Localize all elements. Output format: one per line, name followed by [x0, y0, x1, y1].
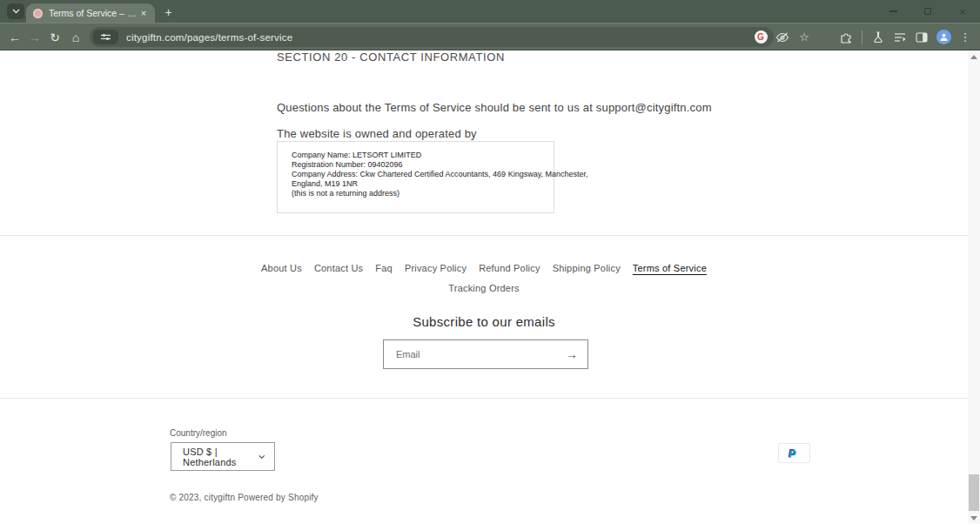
- page-content: SECTION 20 - CONTACT INFORMATION Questio…: [0, 50, 968, 524]
- browser-toolbar: ← → ↻ ⌂ citygiftn.com/pages/terms-of-ser…: [0, 23, 980, 50]
- support-paragraph: Questions about the Terms of Service sho…: [277, 101, 712, 114]
- side-panel-icon: [916, 32, 928, 43]
- home-button[interactable]: ⌂: [68, 30, 84, 45]
- site-info-button[interactable]: [93, 30, 118, 44]
- avatar: [936, 30, 951, 44]
- tab-close-icon[interactable]: ×: [138, 7, 150, 19]
- section-heading: SECTION 20 - CONTACT INFORMATION: [277, 50, 505, 64]
- tab-search-button[interactable]: [7, 3, 24, 19]
- close-button[interactable]: ×: [954, 3, 971, 19]
- address-line-2: England, M19 1NR: [292, 179, 540, 189]
- experiments-button[interactable]: [870, 30, 886, 45]
- extensions-puzzle-icon: [840, 31, 852, 44]
- footer-link-faq[interactable]: Faq: [375, 263, 393, 273]
- vertical-scrollbar[interactable]: [968, 50, 980, 524]
- toolbar-right-icons: G ☆: [753, 24, 973, 50]
- footer-link-tracking-orders[interactable]: Tracking Orders: [448, 283, 519, 293]
- address-bar[interactable]: citygiftn.com/pages/terms-of-service: [90, 27, 774, 47]
- company-name-line: Company Name: LETSORT LIMITED: [292, 151, 540, 160]
- url-text[interactable]: citygiftn.com/pages/terms-of-service: [126, 32, 292, 43]
- back-button[interactable]: ←: [7, 30, 23, 45]
- paypal-icon-overlay: P: [789, 448, 796, 460]
- powered-by-shopify-link[interactable]: Powered by Shopify: [238, 493, 319, 502]
- scroll-up-icon: [970, 55, 977, 59]
- side-panel-button[interactable]: [914, 30, 930, 45]
- footer-top-divider: [0, 235, 968, 236]
- company-info-box: Company Name: LETSORT LIMITED Registrati…: [277, 141, 554, 213]
- password-hidden-button[interactable]: [775, 30, 790, 45]
- new-tab-button[interactable]: +: [161, 4, 176, 19]
- country-selector[interactable]: USD $ | Netherlands: [171, 442, 275, 471]
- pinned-extension-button[interactable]: G: [753, 30, 769, 45]
- forward-button[interactable]: →: [27, 30, 43, 45]
- flask-icon: [873, 31, 883, 43]
- registration-line: Registration Number: 09402096: [292, 160, 540, 170]
- titlebar: Terms of Service – citygiftn × + ×: [0, 0, 980, 23]
- playlist-button[interactable]: [892, 30, 908, 45]
- google-extension-icon: G: [755, 30, 768, 44]
- footer-link-about-us[interactable]: About Us: [261, 263, 302, 273]
- extensions-button[interactable]: [838, 30, 854, 45]
- scroll-down-button[interactable]: [968, 512, 980, 524]
- email-subscribe-form: →: [383, 339, 588, 369]
- maximize-icon: [924, 8, 931, 15]
- person-icon: [939, 32, 949, 42]
- minimize-icon: [889, 10, 897, 12]
- copyright-store-link[interactable]: © 2023, citygiftn: [170, 493, 235, 502]
- subscribe-heading: Subscribe to our emails: [0, 314, 968, 329]
- scroll-down-icon: [970, 516, 977, 521]
- scroll-up-button[interactable]: [968, 50, 980, 63]
- eye-slash-icon: [775, 32, 789, 43]
- footer-link-contact-us[interactable]: Contact Us: [314, 263, 363, 273]
- returning-note-line: (this is not a returning address): [292, 189, 540, 198]
- minimize-button[interactable]: [884, 3, 902, 19]
- site-favicon-icon: [33, 9, 43, 18]
- chevron-down-icon: [12, 9, 20, 14]
- footer-links-row-2: Tracking Orders: [0, 283, 968, 293]
- reload-button[interactable]: ↻: [47, 30, 63, 45]
- window-controls: ×: [884, 0, 971, 23]
- bookmark-star-button[interactable]: ☆: [796, 30, 812, 45]
- playlist-icon: [894, 32, 906, 43]
- site-info-icon: [101, 33, 111, 41]
- email-submit-button[interactable]: →: [556, 340, 587, 368]
- paypal-payment-badge: P P: [778, 443, 810, 463]
- scrollbar-thumb[interactable]: [969, 474, 979, 511]
- footer-link-refund-policy[interactable]: Refund Policy: [479, 263, 540, 273]
- owner-paragraph: The website is owned and operated by: [277, 127, 477, 140]
- footer-links-row-1: About Us Contact Us Faq Privacy Policy R…: [0, 263, 968, 273]
- tab-title: Terms of Service – citygiftn: [49, 8, 138, 18]
- toolbar-separator: [862, 30, 863, 44]
- footer-link-shipping-policy[interactable]: Shipping Policy: [553, 263, 621, 273]
- tab-terms-of-service[interactable]: Terms of Service – citygiftn ×: [26, 3, 155, 23]
- chevron-down-icon: [258, 454, 265, 460]
- footer-bottom-divider: [0, 398, 968, 399]
- country-region-label: Country/region: [170, 428, 227, 438]
- address-line-1: Company Address: Ckw Chartered Certified…: [292, 170, 540, 179]
- profile-button[interactable]: [936, 30, 951, 45]
- copyright-text: © 2023, citygiftn Powered by Shopify: [170, 493, 319, 502]
- close-icon: ×: [959, 6, 966, 17]
- footer-link-privacy-policy[interactable]: Privacy Policy: [405, 263, 467, 273]
- country-selector-value: USD $ | Netherlands: [183, 447, 258, 467]
- email-input[interactable]: [384, 340, 556, 368]
- browser-menu-button[interactable]: ⋮: [957, 30, 973, 45]
- browser-window: Terms of Service – citygiftn × + × ← → ↻…: [0, 0, 980, 524]
- footer-link-terms-of-service[interactable]: Terms of Service: [633, 263, 707, 273]
- maximize-button[interactable]: [919, 3, 936, 19]
